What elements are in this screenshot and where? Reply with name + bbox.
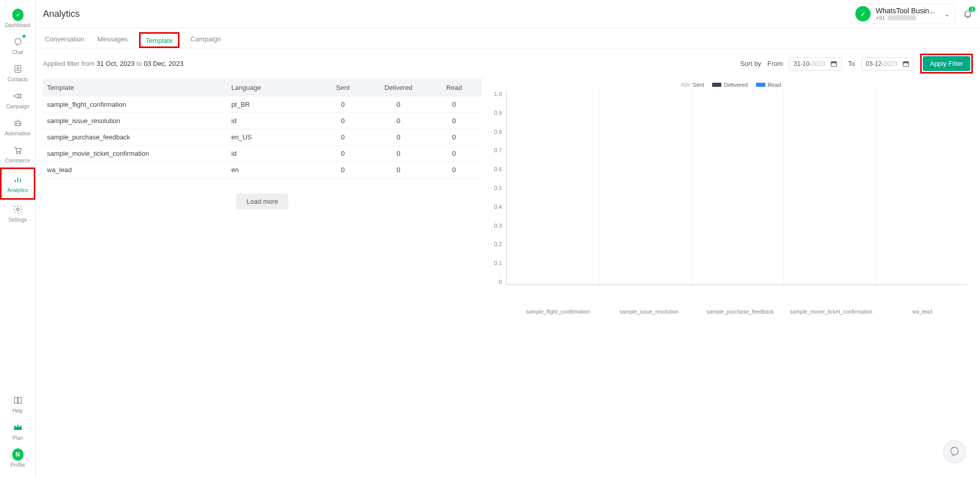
megaphone-icon	[12, 90, 24, 102]
account-phone: +91	[876, 15, 935, 21]
book-icon	[12, 395, 24, 406]
help-fab[interactable]	[943, 440, 966, 463]
sidebar-item-plan[interactable]: Plan	[0, 418, 35, 445]
notification-count: 3	[969, 7, 975, 12]
cell-read: 0	[426, 97, 482, 113]
cell-template: sample_movie_ticket_confirmation	[43, 146, 227, 162]
x-tick: sample_issue_resolution	[604, 308, 695, 315]
y-tick: 0.8	[494, 129, 502, 135]
sort-by-label: Sort by	[740, 60, 761, 67]
cell-sent: 0	[315, 113, 371, 129]
col-sent[interactable]: Sent	[315, 79, 371, 97]
sidebar-item-automation[interactable]: Automation	[0, 113, 35, 140]
account-logo-icon: ✓	[855, 6, 871, 21]
table-row[interactable]: sample_issue_resolutionid000	[43, 113, 482, 129]
col-read[interactable]: Read	[426, 79, 482, 97]
date-from-input[interactable]: 31-10-2023	[789, 57, 841, 70]
y-axis: 1.00.90.80.70.60.50.40.30.20.10	[494, 91, 506, 285]
load-more-button[interactable]: Load more	[236, 194, 288, 209]
chart-pane: Sent Delivered Read 1.00.90.80.70.60.50.…	[489, 79, 980, 477]
tab-campaign[interactable]: Campaign	[189, 30, 223, 48]
sidebar-item-contacts[interactable]: Contacts	[0, 59, 35, 86]
cell-sent: 0	[315, 97, 371, 113]
y-tick: 0.9	[494, 110, 502, 116]
cell-language: id	[227, 146, 315, 162]
col-delivered[interactable]: Delivered	[371, 79, 426, 97]
x-tick: sample_flight_confirmation	[513, 308, 604, 315]
legend-delivered: Delivered	[712, 82, 747, 88]
tab-messages[interactable]: Messages	[96, 30, 130, 48]
calendar-icon	[902, 60, 909, 67]
tab-template[interactable]: Template	[139, 32, 179, 48]
sidebar-item-analytics[interactable]: Analytics	[0, 168, 35, 200]
y-tick: 0.1	[494, 260, 502, 266]
sidebar: ✓ Dashboard Chat Contacts Campaign Autom…	[0, 0, 36, 477]
sidebar-item-label: Automation	[5, 131, 31, 136]
sidebar-item-commerce[interactable]: Commerce	[0, 140, 35, 168]
cell-delivered: 0	[371, 97, 426, 113]
col-language[interactable]: Language	[227, 79, 315, 97]
cell-delivered: 0	[371, 113, 426, 129]
cell-language: en_US	[227, 129, 315, 146]
apply-filter-button[interactable]: Apply Filter	[923, 56, 970, 71]
sidebar-item-dashboard[interactable]: ✓ Dashboard	[0, 5, 35, 32]
to-label: To	[848, 60, 855, 67]
sidebar-item-label: Commerce	[5, 158, 30, 163]
cart-icon	[12, 145, 24, 156]
sidebar-item-settings[interactable]: Settings	[0, 200, 35, 227]
cell-read: 0	[426, 129, 482, 146]
svg-point-4	[16, 123, 17, 124]
x-tick: wa_lead	[877, 308, 968, 315]
from-label: From	[767, 60, 783, 67]
sidebar-item-help[interactable]: Help	[0, 391, 35, 418]
applied-filter-text: Applied filter from 31 Oct, 2023 to 03 D…	[43, 60, 734, 67]
y-tick: 0.6	[494, 166, 502, 172]
cell-read: 0	[426, 146, 482, 162]
table-row[interactable]: sample_movie_ticket_confirmationid000	[43, 146, 482, 162]
sidebar-item-label: Settings	[8, 217, 27, 223]
x-axis: sample_flight_confirmationsample_issue_r…	[513, 308, 968, 315]
col-template[interactable]: Template	[43, 79, 227, 97]
sidebar-item-campaign[interactable]: Campaign	[0, 86, 35, 113]
filter-bar: Applied filter from 31 Oct, 2023 to 03 D…	[36, 49, 980, 79]
date-to-input[interactable]: 03-12-2023	[861, 57, 914, 70]
tabs: Conversation Messages Template Campaign	[36, 28, 980, 49]
cell-template: sample_purchase_feedback	[43, 129, 227, 146]
cell-language: pt_BR	[227, 97, 315, 113]
page-title: Analytics	[43, 9, 850, 19]
table-row[interactable]: wa_leaden000	[43, 162, 482, 178]
y-tick: 0.3	[494, 223, 502, 229]
chart-legend: Sent Delivered Read	[494, 82, 968, 88]
sidebar-item-chat[interactable]: Chat	[0, 32, 35, 59]
svg-point-13	[951, 447, 959, 455]
apply-filter-highlight: Apply Filter	[920, 54, 973, 74]
svg-point-0	[15, 38, 21, 44]
legend-read: Read	[756, 82, 781, 88]
y-tick: 0.4	[494, 204, 502, 210]
sidebar-item-profile[interactable]: N Profile	[0, 445, 35, 472]
cell-delivered: 0	[371, 146, 426, 162]
account-switcher[interactable]: ✓ WhatsTool Busin... +91 ⌄	[850, 4, 955, 24]
sidebar-item-label: Profile	[10, 462, 25, 468]
cell-read: 0	[426, 113, 482, 129]
account-name: WhatsTool Busin...	[876, 7, 935, 15]
sidebar-item-label: Campaign	[6, 104, 30, 109]
chat-icon	[12, 36, 24, 47]
cell-language: en	[227, 162, 315, 178]
cell-language: id	[227, 113, 315, 129]
header: Analytics ✓ WhatsTool Busin... +91 ⌄ 3	[36, 0, 980, 28]
cell-read: 0	[426, 162, 482, 178]
sidebar-item-label: Dashboard	[5, 22, 30, 28]
table-pane: Template Language Sent Delivered Read sa…	[36, 79, 489, 477]
chevron-down-icon: ⌄	[944, 10, 950, 18]
cell-sent: 0	[315, 162, 371, 178]
y-tick: 0	[499, 279, 502, 285]
tab-conversation[interactable]: Conversation	[43, 30, 86, 48]
cell-template: sample_flight_confirmation	[43, 97, 227, 113]
notification-bell[interactable]: 3	[963, 9, 973, 19]
table-row[interactable]: sample_purchase_feedbacken_US000	[43, 129, 482, 146]
table-row[interactable]: sample_flight_confirmationpt_BR000	[43, 97, 482, 113]
svg-point-6	[16, 153, 17, 154]
y-tick: 1.0	[494, 91, 502, 97]
svg-rect-12	[903, 61, 909, 63]
